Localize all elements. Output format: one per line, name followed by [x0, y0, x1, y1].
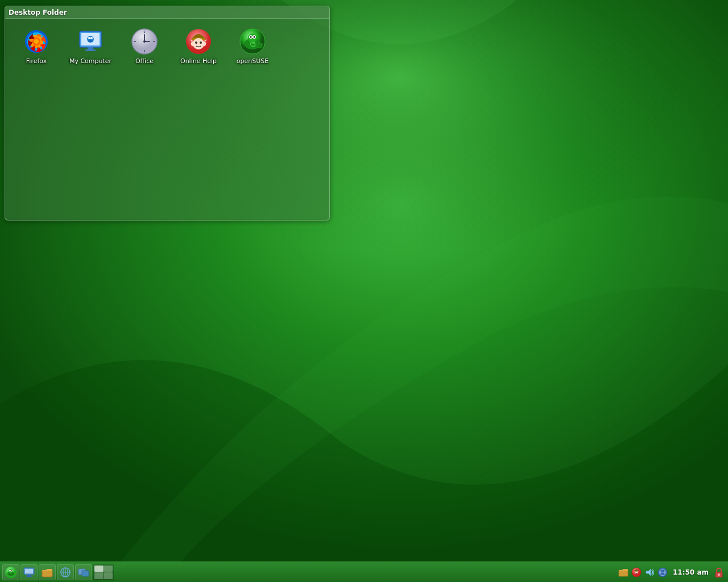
svg-point-45: [10, 570, 10, 571]
svg-point-6: [34, 39, 39, 44]
network-button[interactable]: [57, 564, 74, 580]
svg-point-34: [248, 34, 257, 43]
workspace-2[interactable]: [104, 566, 113, 572]
svg-rect-48: [25, 569, 33, 573]
my-computer-icon: [77, 28, 104, 55]
folder-content: Firefox: [5, 19, 329, 74]
clock-display[interactable]: 11:50 am: [671, 568, 711, 576]
taskbar-left-area: [0, 564, 116, 580]
svg-point-23: [143, 40, 146, 43]
taskbar-right-area: 11:50 am: [614, 567, 728, 578]
network-tray-icon[interactable]: [657, 567, 668, 578]
workspace-3[interactable]: [94, 572, 104, 579]
svg-point-37: [250, 36, 252, 38]
svg-rect-49: [27, 575, 31, 576]
taskbar: 11:50 am: [0, 562, 728, 582]
workspace-switcher[interactable]: [93, 564, 114, 580]
my-computer-label: My Computer: [69, 57, 111, 65]
desktop-folder-window[interactable]: Desktop Folder: [5, 6, 330, 221]
svg-rect-13: [88, 47, 93, 49]
svg-point-28: [200, 41, 202, 44]
workspace-4[interactable]: [104, 572, 113, 579]
office-icon: [131, 28, 158, 55]
svg-point-27: [195, 41, 197, 44]
files-button[interactable]: [39, 564, 56, 580]
folder-title: Desktop Folder: [9, 9, 67, 16]
opensuse-icon: [239, 28, 266, 55]
menu-button[interactable]: [2, 564, 19, 580]
workspace-1[interactable]: [94, 566, 104, 572]
svg-point-64: [634, 569, 639, 571]
svg-point-10: [88, 37, 90, 39]
my-computer-icon-button[interactable]: My Computer: [65, 24, 116, 69]
svg-point-11: [90, 37, 93, 39]
window-list-button[interactable]: [75, 564, 92, 580]
svg-point-29: [191, 41, 195, 46]
opensuse-icon-button[interactable]: openSUSE: [227, 24, 278, 69]
office-label: Office: [135, 57, 154, 65]
opensuse-label: openSUSE: [237, 57, 268, 65]
online-help-icon-button[interactable]: Online Help: [173, 24, 224, 69]
svg-rect-57: [82, 571, 89, 576]
svg-rect-14: [85, 49, 96, 51]
svg-point-38: [254, 36, 255, 38]
svg-point-12: [88, 40, 93, 42]
svg-point-42: [9, 569, 13, 573]
office-icon-button[interactable]: Office: [119, 24, 170, 69]
folder-titlebar: Desktop Folder: [5, 6, 329, 19]
update-tray-icon[interactable]: [631, 567, 642, 578]
volume-tray-icon[interactable]: [644, 567, 655, 578]
svg-point-30: [202, 41, 206, 46]
show-desktop-button[interactable]: [20, 564, 38, 580]
online-help-icon: [185, 28, 212, 55]
online-help-label: Online Help: [180, 57, 217, 65]
svg-rect-50: [26, 576, 32, 577]
svg-point-46: [11, 570, 12, 571]
firefox-icon: [23, 28, 50, 55]
lock-tray-icon[interactable]: [713, 567, 725, 578]
firefox-label: Firefox: [26, 57, 47, 65]
firefox-icon-button[interactable]: Firefox: [11, 24, 62, 69]
folder-tray-icon[interactable]: [618, 567, 629, 578]
desktop: Desktop Folder: [0, 0, 728, 582]
system-tray: [618, 567, 668, 578]
